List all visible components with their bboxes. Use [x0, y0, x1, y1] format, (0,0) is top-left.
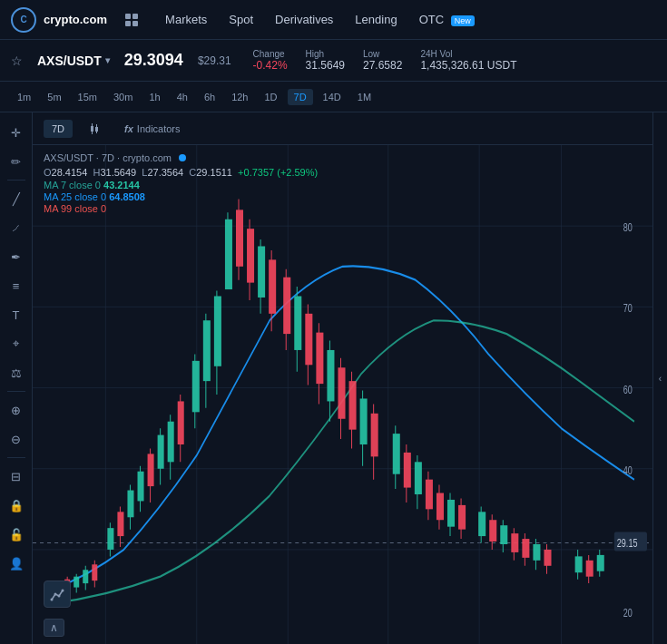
svg-rect-109: [586, 561, 593, 577]
svg-rect-105: [544, 550, 551, 566]
channel-icon[interactable]: ≡: [4, 273, 29, 298]
ray-tool-icon[interactable]: ⟋: [4, 215, 29, 240]
timeframe-15m[interactable]: 15m: [72, 89, 103, 105]
timeframe-12h[interactable]: 12h: [225, 89, 254, 105]
chart-type-icon[interactable]: ⊟: [4, 463, 29, 489]
text-icon[interactable]: T: [4, 302, 29, 327]
svg-rect-65: [305, 314, 312, 365]
timeframe-14d[interactable]: 14D: [317, 89, 348, 105]
fx-icon: fx: [124, 123, 133, 134]
svg-rect-31: [117, 512, 123, 536]
ruler-icon[interactable]: ⚖: [4, 360, 29, 385]
nav-derivatives[interactable]: Derivatives: [275, 9, 333, 30]
timeframe-7d-btn[interactable]: 7D: [44, 120, 73, 138]
candle-icon: [88, 122, 101, 135]
user-icon[interactable]: 👤: [4, 551, 29, 576]
low-value: 27.6582: [363, 59, 402, 72]
timeframe-1m[interactable]: 1m: [11, 89, 37, 105]
change-value: -0.42%: [253, 59, 288, 72]
vol-value: 1,435,326.61 USDT: [420, 59, 516, 72]
timeframe-1d[interactable]: 1D: [258, 89, 283, 105]
svg-rect-53: [236, 210, 243, 266]
otc-badge: New: [451, 15, 475, 26]
line-tool-icon[interactable]: ╱: [4, 186, 29, 211]
svg-rect-3: [95, 127, 98, 132]
nav-markets[interactable]: Markets: [165, 9, 207, 30]
trading-pair[interactable]: AXS/USDT ▾: [37, 54, 110, 68]
zoom-in-icon[interactable]: ⊕: [4, 397, 29, 423]
timeframe-6h[interactable]: 6h: [198, 89, 221, 105]
top-nav: C crypto.com Markets Spot Derivatives Le…: [0, 0, 667, 40]
svg-rect-77: [371, 414, 378, 457]
svg-point-171: [58, 595, 61, 598]
grid-icon[interactable]: [125, 14, 138, 26]
svg-rect-85: [426, 480, 433, 510]
svg-rect-107: [575, 556, 583, 572]
chart-ohlc: O28.4154 H31.5649 L27.3564 C29.1511 +0.7…: [44, 167, 318, 178]
nav-links: Markets Spot Derivatives Lending OTC New: [165, 9, 475, 30]
brush-icon[interactable]: ✒: [4, 244, 29, 269]
left-toolbar: ✛ ✏ ╱ ⟋ ✒ ≡ T ⌖ ⚖ ⊕ ⊖ ⊟ 🔒 🔓 👤: [0, 112, 33, 644]
candle-type-btn[interactable]: [80, 119, 109, 139]
zoom-out-icon[interactable]: ⊖: [4, 426, 29, 452]
favorite-star-icon[interactable]: ☆: [11, 54, 23, 68]
low-stat: Low 27.6582: [363, 49, 402, 72]
svg-rect-39: [158, 435, 164, 469]
svg-text:40: 40: [623, 463, 633, 476]
nav-otc[interactable]: OTC New: [419, 9, 475, 30]
chart-overlay-icon: [50, 587, 64, 601]
svg-text:20: 20: [623, 607, 633, 620]
timeframe-1M[interactable]: 1M: [351, 89, 378, 105]
svg-rect-111: [597, 555, 604, 571]
main-chart: 7D fx Indicators AXS/U: [33, 112, 652, 644]
pencil-icon[interactable]: ✏: [4, 149, 29, 174]
svg-rect-27: [92, 564, 97, 581]
chart-info-overlay: AXS/USDT · 7D · crypto.com O28.4154 H31.…: [44, 152, 318, 215]
high-stat: High 31.5649: [306, 49, 345, 72]
collapse-legend-btn[interactable]: ∧: [44, 619, 64, 637]
right-panel-collapse[interactable]: ‹: [652, 112, 667, 644]
ticker-bar: ☆ AXS/USDT ▾ 29.3094 $29.31 Change -0.42…: [0, 40, 667, 82]
unlock-icon[interactable]: 🔓: [4, 522, 29, 547]
chart-overlay-btn[interactable]: [44, 581, 71, 608]
pattern-icon[interactable]: ⌖: [4, 331, 29, 356]
svg-rect-59: [269, 259, 276, 313]
svg-rect-83: [415, 462, 422, 494]
svg-rect-25: [83, 570, 88, 583]
nav-spot[interactable]: Spot: [229, 9, 253, 30]
lock-icon[interactable]: 🔒: [4, 493, 29, 518]
svg-rect-35: [138, 472, 144, 502]
logo-text: crypto.com: [44, 13, 107, 26]
crypto-logo-icon: C: [11, 7, 36, 33]
svg-rect-0: [91, 126, 93, 132]
svg-rect-97: [500, 525, 507, 544]
timeframe-7d[interactable]: 7D: [288, 89, 313, 105]
change-stat: Change -0.42%: [253, 49, 288, 72]
timeframe-30m[interactable]: 30m: [107, 89, 139, 105]
timeframe-5m[interactable]: 5m: [41, 89, 67, 105]
indicators-btn[interactable]: fx Indicators: [116, 120, 188, 138]
logo-area: C crypto.com: [11, 7, 107, 33]
svg-rect-43: [178, 401, 184, 444]
crosshair-icon[interactable]: ✛: [4, 120, 29, 145]
svg-rect-103: [533, 544, 540, 561]
svg-rect-75: [360, 398, 368, 444]
timeframe-4h[interactable]: 4h: [171, 89, 194, 105]
svg-rect-73: [349, 381, 357, 430]
ma-lines: MA 7 close 0 43.2144 MA 25 close 0 64.85…: [44, 180, 318, 214]
nav-lending[interactable]: Lending: [355, 9, 397, 30]
svg-rect-63: [294, 296, 301, 349]
svg-rect-93: [478, 512, 486, 536]
svg-rect-23: [74, 577, 79, 588]
chart-body[interactable]: AXS/USDT · 7D · crypto.com O28.4154 H31.…: [33, 145, 652, 644]
svg-rect-47: [203, 320, 211, 381]
svg-rect-33: [127, 491, 133, 518]
timeframe-1h[interactable]: 1h: [142, 89, 166, 105]
svg-rect-101: [522, 539, 529, 558]
vol-stat: 24H Vol 1,435,326.61 USDT: [420, 49, 516, 72]
svg-rect-95: [489, 520, 496, 542]
svg-rect-79: [393, 434, 400, 474]
svg-rect-87: [436, 493, 444, 521]
svg-rect-45: [192, 361, 200, 412]
svg-point-170: [54, 593, 57, 596]
